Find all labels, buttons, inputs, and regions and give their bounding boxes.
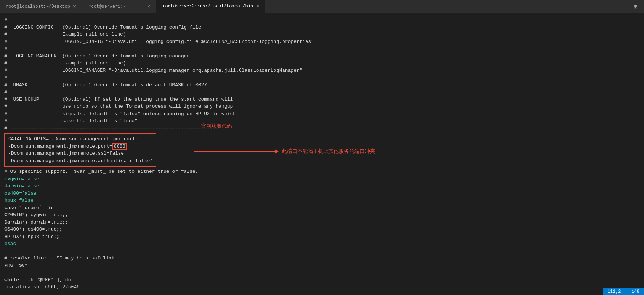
arrow-line [194,151,275,152]
terminal-content-after: # OS specific support. $var _must_ be se… [4,168,640,291]
arrow-container: 此端口不能喝主机上其他服务的端口冲突 [194,147,375,155]
tab-bar: root@localhost:~/Desktop × root@server1:… [0,0,644,13]
tab-localhost-close[interactable]: × [73,4,76,10]
tab-localhost[interactable]: root@localhost:~/Desktop × [0,0,82,13]
catalina-line3: -Dcom.sun.management.jmxremote.ssl=false [8,151,124,156]
arrow-head [275,149,279,154]
catalina-opts-box: CATALINA_OPTS='-Dcom.sun.management.jmxr… [4,133,156,167]
catalina-line4: -Dcom.sun.management.jmxremote.authentic… [8,158,153,164]
tab-server1-label: root@server1:~ [88,4,126,9]
tab-server1[interactable]: root@server1:~ × [82,0,156,13]
new-tab-button[interactable]: ⊞ [630,1,641,12]
tab-server2-label: root@server2:/usr/local/tomcat/bin [162,4,253,9]
arrow-annotation-text: 此端口不能喝主机上其他服务的端口冲突 [282,147,375,155]
port-value: 8888 [112,143,127,150]
tab-end-buttons: ⊞ [630,0,644,13]
terminal-area[interactable]: # # LOGGING_CONFIG (Optional) Override T… [0,13,644,295]
catalina-line2: -Dcom.sun.management.jmxremote.port=8888 [8,143,127,150]
status-col: 148 [631,289,640,294]
tab-server2[interactable]: root@server2:/usr/local/tomcat/bin × [156,0,265,13]
tab-server1-close[interactable]: × [147,4,150,10]
tab-localhost-label: root@localhost:~/Desktop [6,4,70,9]
tab-server2-close[interactable]: × [256,3,259,9]
status-line-col: 111,2 [608,289,621,294]
terminal-content: # # LOGGING_CONFIG (Optional) Override T… [4,16,640,132]
catalina-line1: CATALINA_OPTS='-Dcom.sun.management.jmxr… [8,136,138,142]
annotation-label: 官网获取代码 [201,122,232,130]
status-bar: 111,2 148 [603,288,644,295]
